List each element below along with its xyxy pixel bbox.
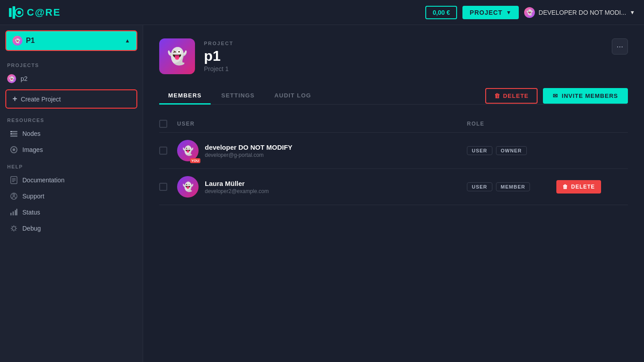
logo: C@RE	[9, 6, 61, 19]
member-info-1: 👻 YOU developer DO NOT MODIFY developer@…	[177, 140, 467, 161]
svg-point-21	[12, 227, 16, 230]
project-selector[interactable]: 👻 P1 ▲	[5, 30, 137, 51]
tabs-right: 🗑 DELETE ✉ INVITE MEMBERS	[485, 88, 628, 104]
sidebar-item-images[interactable]: Images	[3, 142, 140, 158]
sidebar-item-nodes[interactable]: Nodes	[3, 126, 140, 142]
trash-icon: 🗑	[563, 184, 568, 190]
svg-rect-18	[13, 211, 14, 215]
chevron-up-icon: ▲	[125, 38, 130, 44]
support-icon	[10, 192, 18, 200]
main-layout: 👻 P1 ▲ PROJECTS 👻 p2 + Create Project RE…	[0, 25, 644, 362]
chevron-down-icon: ▼	[506, 9, 512, 16]
member-avatar-1: 👻 YOU	[177, 140, 199, 161]
svg-point-10	[13, 148, 15, 151]
docs-icon	[10, 176, 18, 184]
project-description: Project 1	[204, 65, 233, 72]
images-icon	[10, 146, 18, 154]
user-type-badge-1: USER	[467, 146, 492, 155]
p2-avatar: 👻	[7, 74, 16, 83]
create-project-button[interactable]: + Create Project	[5, 89, 137, 109]
debug-icon	[10, 224, 18, 232]
project-dropdown-button[interactable]: PROJECT ▼	[462, 6, 519, 19]
table-row: 👻 YOU developer DO NOT MODIFY developer@…	[159, 133, 628, 169]
sidebar-item-status[interactable]: Status	[3, 204, 140, 220]
help-section-label: HELP	[0, 158, 143, 172]
sidebar: 👻 P1 ▲ PROJECTS 👻 p2 + Create Project RE…	[0, 25, 143, 362]
sidebar-item-debug[interactable]: Debug	[3, 220, 140, 236]
svg-point-3	[17, 11, 21, 14]
delete-button[interactable]: 🗑 DELETE	[485, 88, 538, 104]
sidebar-item-support[interactable]: Support	[3, 188, 140, 204]
role-badges-2: USER MEMBER	[467, 182, 556, 191]
member-avatar-2: 👻	[177, 176, 199, 198]
table-row: 👻 Laura Müller developer2@example.com US…	[159, 169, 628, 205]
invite-members-button[interactable]: ✉ INVITE MEMBERS	[543, 88, 628, 104]
tabs-left: MEMBERS SETTINGS AUDIT LOG	[159, 88, 320, 104]
user-type-badge-2: USER	[467, 182, 492, 191]
row2-check-col	[159, 183, 177, 191]
envelope-icon: ✉	[553, 93, 558, 99]
member-email-1: developer@g-portal.com	[205, 152, 292, 158]
role-column-header: ROLE	[467, 121, 556, 127]
user-column-header: USER	[177, 121, 467, 127]
project-label-small: PROJECT	[204, 41, 233, 46]
tab-members[interactable]: MEMBERS	[159, 88, 211, 105]
row1-check-col	[159, 147, 177, 155]
svg-rect-19	[15, 210, 16, 215]
role-badge-1: OWNER	[496, 146, 527, 155]
row2-checkbox[interactable]	[159, 183, 167, 191]
nodes-icon	[10, 130, 18, 138]
status-icon	[10, 208, 18, 216]
trash-icon: 🗑	[494, 93, 500, 99]
project-icon-large: 👻	[159, 38, 195, 74]
row1-checkbox[interactable]	[159, 147, 167, 155]
chevron-down-icon: ▼	[630, 9, 635, 16]
images-label: Images	[22, 146, 43, 153]
logo-icon	[9, 6, 23, 19]
balance-button[interactable]: 0,00 €	[425, 6, 457, 19]
nodes-label: Nodes	[22, 130, 40, 137]
svg-rect-6	[10, 135, 17, 137]
plus-icon: +	[13, 94, 17, 104]
svg-rect-17	[10, 213, 12, 215]
topnav: C@RE 0,00 € PROJECT ▼ 👻 DEVELOPER DO NOT…	[0, 0, 644, 25]
project-avatar-sidebar: 👻	[13, 36, 22, 46]
tab-audit-log[interactable]: AUDIT LOG	[265, 88, 320, 105]
svg-rect-20	[16, 209, 17, 215]
topnav-right: 0,00 € PROJECT ▼ 👻 DEVELOPER DO NOT MODI…	[425, 6, 635, 19]
support-label: Support	[22, 193, 44, 200]
select-all-checkbox[interactable]	[159, 120, 167, 128]
main-content: 👻 PROJECT p1 Project 1 ··· MEMBERS SETTI…	[143, 25, 644, 362]
svg-point-8	[11, 133, 12, 135]
active-project-label: P1	[26, 37, 35, 45]
sidebar-item-p2[interactable]: 👻 p2	[0, 71, 143, 87]
header-check-col	[159, 120, 177, 128]
member-delete-button-2[interactable]: 🗑 DELETE	[556, 180, 601, 194]
tab-settings[interactable]: SETTINGS	[212, 88, 264, 105]
svg-rect-0	[9, 8, 12, 17]
project-header: 👻 PROJECT p1 Project 1 ···	[159, 38, 628, 74]
svg-point-7	[11, 131, 12, 132]
documentation-label: Documentation	[22, 177, 64, 184]
create-project-label: Create Project	[21, 96, 61, 103]
sidebar-item-documentation[interactable]: Documentation	[3, 172, 140, 188]
more-options-button[interactable]: ···	[612, 38, 628, 55]
member-info-2: 👻 Laura Müller developer2@example.com	[177, 176, 467, 198]
debug-label: Debug	[22, 225, 41, 232]
members-table: USER ROLE 👻 YOU developer DO N	[159, 115, 628, 205]
project-name: p1	[204, 48, 233, 64]
role-badge-2: MEMBER	[496, 182, 530, 191]
table-header: USER ROLE	[159, 115, 628, 133]
member-name-2: Laura Müller	[205, 180, 269, 187]
projects-section-label: PROJECTS	[0, 56, 143, 71]
user-avatar: 👻	[524, 7, 535, 18]
user-menu-button[interactable]: 👻 DEVELOPER DO NOT MODI... ▼	[524, 7, 635, 18]
logo-text: C@RE	[27, 7, 61, 18]
you-badge: YOU	[190, 158, 200, 163]
svg-point-16	[13, 194, 15, 196]
role-badges-1: USER OWNER	[467, 146, 556, 155]
status-label: Status	[22, 209, 40, 216]
member-name-1: developer DO NOT MODIFY	[205, 143, 292, 151]
tabs-row: MEMBERS SETTINGS AUDIT LOG 🗑 DELETE ✉ IN…	[159, 88, 628, 105]
resources-section-label: RESOURCES	[0, 111, 143, 126]
